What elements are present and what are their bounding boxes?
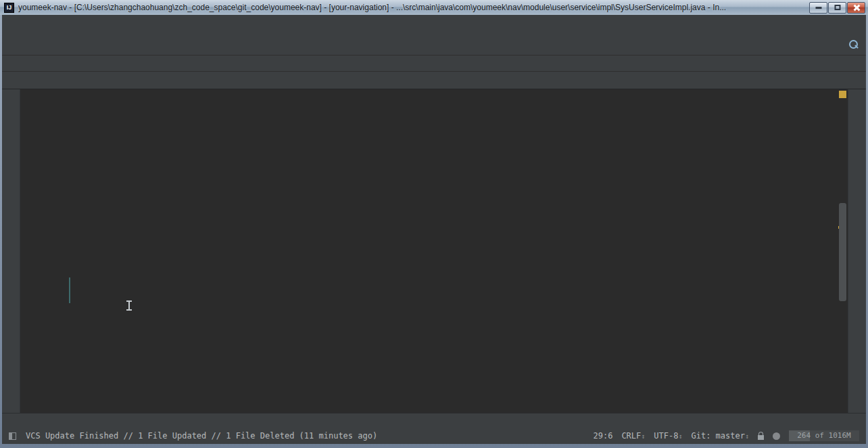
navigation-breadcrumbs (2, 55, 866, 72)
minimize-button[interactable] (809, 2, 827, 14)
right-tool-window-stripe (848, 89, 866, 413)
close-button[interactable] (847, 2, 865, 14)
status-message: VCS Update Finished // 1 File Updated //… (26, 431, 377, 441)
search-icon (846, 38, 861, 52)
caret-position[interactable]: 29:6 (593, 431, 612, 441)
fold-scope-line (69, 277, 70, 303)
left-tool-window-stripe (2, 89, 20, 413)
search-everywhere-button[interactable] (846, 34, 861, 55)
main-area (2, 89, 866, 413)
inspections-hector-icon[interactable] (773, 432, 780, 440)
maximize-button[interactable] (828, 2, 846, 14)
app-icon: IJ (4, 3, 14, 13)
window-controls (809, 2, 865, 14)
mouse-ibeam-cursor (128, 301, 130, 310)
lock-icon[interactable] (758, 435, 764, 440)
editor-scrollbar-area (838, 89, 848, 413)
memory-indicator[interactable]: 264 of 1016M (789, 430, 859, 441)
title-bar: IJ youmeek-nav - [C:\Users\zhangchaohuan… (0, 0, 868, 15)
tool-window-toggle-icon[interactable] (9, 432, 16, 440)
window-title: youmeek-nav - [C:\Users\zhangchaohuang\z… (18, 3, 802, 12)
code-editor[interactable] (20, 89, 838, 413)
vcs-branch-selector[interactable]: Git: master↕ (691, 431, 749, 441)
ide-window: IJ youmeek-nav - [C:\Users\zhangchaohuan… (0, 0, 868, 448)
bottom-tool-window-stripe (2, 413, 866, 428)
status-bar: VCS Update Finished // 1 File Updated //… (2, 428, 866, 444)
encoding-selector[interactable]: UTF-8↕ (654, 431, 682, 441)
status-bar-widgets: 29:6 CRLF↕ UTF-8↕ Git: master↕ 264 of 10… (593, 430, 859, 441)
main-toolbar (2, 34, 866, 55)
editor-tabs (2, 72, 866, 89)
line-ending-selector[interactable]: CRLF↕ (621, 431, 645, 441)
scrollbar-thumb[interactable] (839, 203, 846, 301)
ide-chrome: VCS Update Finished // 1 File Updated //… (2, 15, 866, 444)
menu-bar (2, 15, 866, 34)
warnings-indicator-icon[interactable] (839, 91, 846, 98)
